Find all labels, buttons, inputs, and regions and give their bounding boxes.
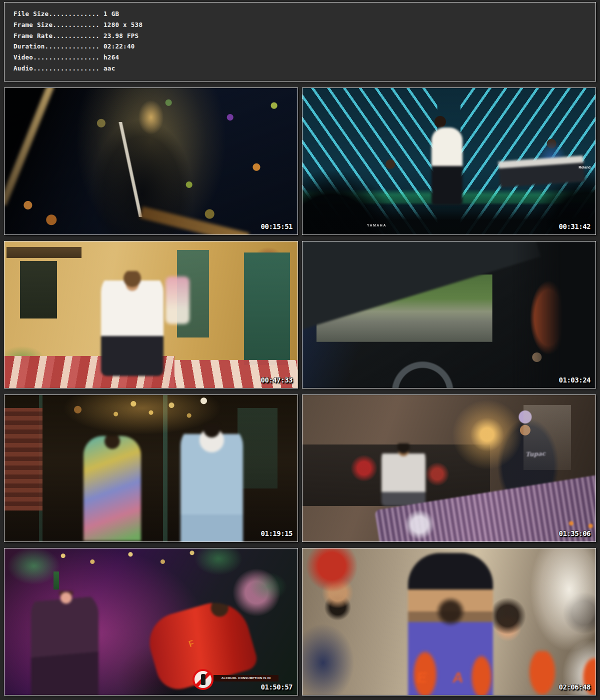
jacket-letter-text: F — [188, 639, 196, 649]
timestamp-badge: 01:03:24 — [559, 376, 590, 384]
sweater-letters-text: E A — [416, 669, 475, 686]
media-info-line-frame-size: Frame Size............ 1280 x 538 — [14, 20, 586, 30]
video-thumbnail-6: Tupac 01:35:06 — [302, 394, 596, 542]
media-info-line-audio: Audio................. aac — [14, 63, 586, 74]
tshirt-text: Tupac — [526, 450, 546, 458]
media-info-line-file-size: File Size............. 1 GB — [14, 8, 586, 20]
no-alcohol-icon — [192, 669, 214, 690]
video-thumbnail-1: 00:15:51 — [4, 88, 298, 235]
media-info-line-video: Video................. h264 — [14, 52, 586, 63]
drum-brand-text: YAMAHA — [367, 224, 386, 227]
video-thumbnail-7: F ALCOHOL CONSUMPTION IS IN 01:50:57 — [4, 548, 298, 696]
keyboard-brand-text: Roland — [578, 166, 590, 169]
video-thumbnail-2: YAMAHA Roland 00:31:42 — [302, 88, 596, 235]
timestamp-badge: 00:31:42 — [559, 222, 590, 230]
timestamp-badge: 00:47:33 — [261, 376, 292, 384]
video-thumbnail-3: 00:47:33 — [4, 241, 298, 388]
alcohol-warning-text: ALCOHOL CONSUMPTION IS IN — [214, 675, 278, 682]
media-info-line-duration: Duration.............. 02:22:40 — [14, 41, 586, 52]
video-thumbnail-5: 01:19:15 — [4, 394, 298, 542]
media-info-screenshot: { "media_info": { "lines": [ {"label": "… — [0, 0, 600, 700]
video-thumbnail-8: E A 02:06:48 — [302, 548, 596, 696]
video-thumbnail-4: 01:03:24 — [302, 241, 596, 388]
timestamp-badge: 00:15:51 — [261, 222, 292, 230]
timestamp-badge: 01:50:57 — [261, 683, 292, 691]
timestamp-badge: 01:19:15 — [261, 530, 292, 538]
media-info-panel: File Size............. 1 GB Frame Size..… — [4, 2, 596, 82]
thumbnail-grid: 00:15:51 YAMAHA Roland 00:31:42 00:47:33… — [4, 88, 596, 696]
timestamp-badge: 01:35:06 — [559, 530, 590, 538]
media-info-line-frame-rate: Frame Rate............ 23.98 FPS — [14, 30, 586, 42]
timestamp-badge: 02:06:48 — [559, 683, 590, 691]
